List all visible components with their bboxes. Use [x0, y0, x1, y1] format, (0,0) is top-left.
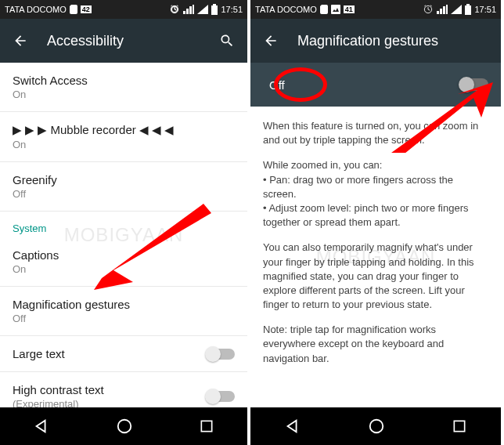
svg-rect-1	[201, 421, 211, 431]
nav-recent-button[interactable]	[452, 418, 467, 434]
status-bar: TATA DOCOMO 42 17:51	[0, 0, 247, 19]
item-label: Magnification gestures	[13, 298, 235, 311]
app-bar: Accessibility	[0, 19, 247, 63]
signal-badge: 41	[344, 5, 355, 13]
square-recent-icon	[452, 418, 467, 434]
circle-home-icon	[368, 418, 385, 435]
item-label: ▶ ▶ ▶ Mubble recorder ◀ ◀ ◀	[13, 123, 235, 137]
signal-icon	[437, 5, 448, 14]
status-bar: TATA DOCOMO 41 17:51	[250, 0, 501, 19]
signal-icon-2	[451, 5, 462, 14]
description-para: You can also temporarily magnify what's …	[263, 241, 488, 312]
carrier-label: TATA DOCOMO	[255, 5, 317, 14]
signal-badge: 42	[81, 5, 92, 13]
item-sublabel: (Experimental)	[13, 398, 235, 407]
svg-rect-2	[331, 5, 340, 14]
toggle-state-label: Off	[269, 78, 285, 92]
search-icon	[219, 33, 235, 49]
sim-icon	[70, 5, 77, 14]
battery-icon	[465, 4, 471, 15]
nav-home-button[interactable]	[368, 418, 385, 435]
item-status: On	[13, 89, 235, 100]
large-text-toggle[interactable]	[207, 349, 235, 360]
description-para: Note: triple tap for magnification works…	[263, 323, 488, 366]
description-para: While zoomed in, you can: • Pan: drag tw…	[263, 158, 488, 230]
description-content: When this feature is turned on, you can …	[250, 107, 501, 407]
signal-icon-2	[197, 5, 208, 14]
right-screen: TATA DOCOMO 41 17:51 Magnification gestu…	[250, 0, 501, 445]
triangle-back-icon	[284, 418, 301, 435]
captions-item[interactable]: Captions On	[0, 237, 247, 287]
item-label: Switch Access	[13, 74, 235, 87]
switch-access-item[interactable]: Switch Access On	[0, 63, 247, 112]
page-title: Accessibility	[47, 33, 213, 49]
search-button[interactable]	[213, 27, 241, 55]
item-status: On	[13, 139, 235, 150]
arrow-back-icon	[13, 33, 28, 49]
time-label: 17:51	[221, 5, 243, 14]
mubble-recorder-item[interactable]: ▶ ▶ ▶ Mubble recorder ◀ ◀ ◀ On	[0, 112, 247, 162]
large-text-item[interactable]: Large text	[0, 336, 247, 372]
nav-back-button[interactable]	[284, 418, 301, 435]
carrier-label: TATA DOCOMO	[5, 5, 67, 14]
description-para: When this feature is turned on, you can …	[263, 119, 488, 147]
high-contrast-toggle[interactable]	[207, 391, 235, 402]
svg-point-3	[370, 420, 383, 433]
accessibility-list[interactable]: Switch Access On ▶ ▶ ▶ Mubble recorder ◀…	[0, 63, 247, 407]
battery-icon	[211, 4, 218, 15]
nav-bar	[250, 407, 501, 445]
circle-home-icon	[116, 418, 133, 435]
greenify-item[interactable]: Greenify Off	[0, 162, 247, 212]
master-toggle-bar[interactable]: Off	[250, 63, 501, 107]
svg-rect-4	[455, 421, 465, 431]
alarm-icon	[169, 4, 180, 15]
triangle-back-icon	[33, 418, 50, 435]
item-status: On	[13, 263, 235, 275]
left-screen: TATA DOCOMO 42 17:51 Accessibility Switc…	[0, 0, 250, 445]
svg-point-0	[118, 420, 131, 433]
item-label: Captions	[13, 248, 235, 262]
high-contrast-item[interactable]: High contrast text (Experimental)	[0, 372, 247, 407]
back-button[interactable]	[257, 27, 285, 55]
item-status: Off	[13, 313, 235, 324]
item-label: Greenify	[13, 173, 235, 186]
alarm-icon	[423, 4, 434, 15]
nav-recent-button[interactable]	[199, 418, 214, 434]
time-label: 17:51	[474, 5, 496, 14]
image-icon	[331, 5, 340, 14]
square-recent-icon	[199, 418, 214, 434]
master-toggle[interactable]	[460, 78, 488, 91]
nav-back-button[interactable]	[33, 418, 50, 435]
arrow-back-icon	[263, 33, 279, 49]
item-status: Off	[13, 188, 235, 200]
item-label: High contrast text	[13, 383, 235, 396]
back-button[interactable]	[6, 27, 34, 55]
nav-bar	[0, 407, 247, 445]
signal-icon	[183, 5, 194, 14]
section-system: System	[0, 212, 247, 237]
sim-icon	[320, 5, 328, 14]
magnification-gestures-item[interactable]: Magnification gestures Off	[0, 287, 247, 336]
item-label: Large text	[13, 347, 235, 360]
app-bar: Magnification gestures	[250, 19, 501, 63]
page-title: Magnification gestures	[297, 33, 488, 49]
nav-home-button[interactable]	[116, 418, 133, 435]
